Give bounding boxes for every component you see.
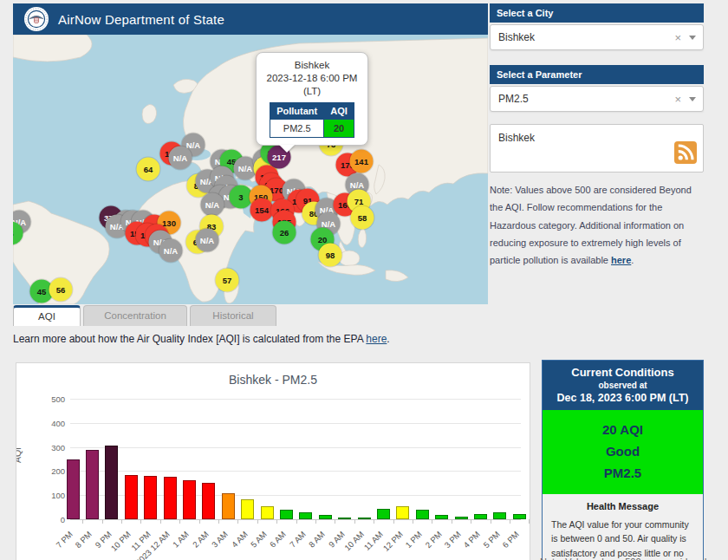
- parameter-caret-icon[interactable]: [689, 97, 696, 101]
- sidebar-note-link[interactable]: here: [611, 255, 631, 265]
- x-axis-tick: [82, 519, 83, 524]
- select-parameter-header: Select a Parameter: [490, 65, 704, 84]
- y-axis-label: AQI: [16, 447, 23, 463]
- chart-bar[interactable]: [435, 515, 448, 519]
- current-aqi-category: Good: [543, 444, 703, 459]
- popup-pointer: [279, 145, 295, 153]
- parameter-select-value: PM2.5: [498, 93, 529, 105]
- popup-timezone: (LT): [260, 85, 364, 98]
- x-axis-tick: [296, 519, 297, 524]
- learn-more-text: Learn more about how the Air Quality Ind…: [13, 333, 390, 345]
- aqi-chart: Bishkek - PM2.5 AQI 01002003004005007 PM…: [16, 362, 530, 560]
- x-axis-tick: [276, 519, 277, 524]
- feed-title: Bishkek: [498, 132, 535, 144]
- map-marker[interactable]: N/A: [159, 239, 183, 263]
- chart-bar[interactable]: [164, 477, 177, 519]
- city-clear-icon[interactable]: ×: [674, 32, 681, 43]
- chart-bar[interactable]: [183, 480, 196, 519]
- map-marker[interactable]: 98: [319, 244, 342, 267]
- chart-bar[interactable]: [377, 509, 390, 519]
- x-axis-tick: [257, 519, 258, 524]
- page: AirNow Department of State: [0, 0, 728, 560]
- map-marker[interactable]: 56: [49, 278, 73, 302]
- x-axis-tick: [452, 519, 452, 524]
- chart-bar[interactable]: [455, 517, 468, 519]
- x-axis-tick: [218, 519, 219, 524]
- tab-aqi[interactable]: AQI: [13, 305, 81, 326]
- chart-gridline: [70, 399, 521, 400]
- chart-bar[interactable]: [241, 499, 254, 519]
- feed-box: Bishkek: [490, 124, 704, 173]
- app-header: AirNow Department of State: [13, 3, 488, 35]
- chart-bar[interactable]: [493, 512, 506, 519]
- chart-bar[interactable]: [338, 518, 351, 519]
- popup-col-pollutant: Pollutant: [270, 102, 324, 119]
- parameter-clear-icon[interactable]: ×: [674, 94, 681, 105]
- chart-bar[interactable]: [222, 493, 235, 519]
- tab-historical[interactable]: Historical: [190, 305, 276, 326]
- rss-icon[interactable]: [674, 141, 697, 166]
- x-axis-tick: [160, 519, 161, 524]
- x-axis-tick: [354, 519, 355, 524]
- x-axis-tick: [393, 519, 394, 524]
- y-axis-tick-label: 300: [29, 443, 65, 453]
- chart-bar[interactable]: [261, 506, 274, 519]
- current-pollutant: PM2.5: [543, 466, 703, 480]
- x-axis-tick: [179, 519, 180, 524]
- chart-bar[interactable]: [125, 475, 138, 519]
- chart-title: Bishkek - PM2.5: [16, 373, 530, 387]
- map-popup: Bishkek 2023-12-18 6:00 PM (LT) Pollutan…: [256, 52, 368, 146]
- x-axis-tick: [491, 519, 491, 524]
- tab-concentration[interactable]: Concentration: [83, 305, 187, 326]
- parameter-select[interactable]: PM2.5 ×: [490, 86, 704, 112]
- current-aqi-panel: 20 AQI Good PM2.5: [543, 410, 703, 494]
- chart-bar[interactable]: [358, 518, 371, 519]
- chart-bar[interactable]: [280, 510, 293, 519]
- sidebar-note-text: Note: Values above 500 are considered Be…: [490, 185, 692, 265]
- chart-bar[interactable]: [202, 483, 215, 519]
- chart-bar[interactable]: [416, 510, 429, 519]
- x-axis-tick: [102, 519, 103, 524]
- map-marker[interactable]: 154: [250, 199, 274, 222]
- current-aqi-value: 20 AQI: [543, 422, 703, 437]
- chart-bar[interactable]: [67, 459, 80, 519]
- sidebar-note: Note: Values above 500 are considered Be…: [490, 181, 704, 270]
- x-axis-tick: [315, 519, 316, 524]
- tab-bar: AQI Concentration Historical: [13, 305, 276, 326]
- chart-bar[interactable]: [299, 512, 312, 519]
- map-marker[interactable]: N/A: [201, 193, 224, 217]
- map-marker[interactable]: 57: [216, 269, 239, 292]
- learn-more-prefix: Learn more about how the Air Quality Ind…: [13, 333, 366, 345]
- map-marker[interactable]: N/A: [169, 147, 192, 170]
- map-marker[interactable]: 64: [137, 158, 160, 181]
- map-marker[interactable]: 141: [350, 150, 374, 173]
- y-axis-tick-label: 200: [29, 466, 65, 476]
- x-axis-tick: [413, 519, 413, 524]
- chart-bar[interactable]: [144, 476, 157, 519]
- x-axis-tick: [335, 519, 335, 524]
- observed-at-label: observed at: [544, 381, 701, 390]
- city-caret-icon[interactable]: [689, 36, 696, 40]
- x-axis-tick: [237, 519, 238, 524]
- chart-bar[interactable]: [513, 514, 526, 519]
- world-map[interactable]: 162N/AN/A64N/A45N/AN/A842021773173141N/A…: [13, 35, 488, 304]
- epa-link[interactable]: here: [366, 333, 387, 345]
- map-marker[interactable]: N/A: [196, 229, 219, 252]
- popup-datetime: 2023-12-18 6:00 PM: [260, 72, 364, 85]
- chart-bar[interactable]: [396, 506, 409, 519]
- current-conditions-panel: Current Conditions observed at Dec 18, 2…: [542, 360, 704, 560]
- observed-datetime: Dec 18, 2023 6:00 PM (LT): [544, 392, 701, 404]
- city-select-value: Bishkek: [498, 31, 535, 43]
- y-axis-tick-label: 500: [29, 394, 65, 404]
- learn-more-suffix: .: [387, 333, 389, 345]
- map-marker[interactable]: 58: [351, 206, 374, 230]
- chart-bar[interactable]: [86, 450, 99, 519]
- popup-pollutant-value: PM2.5: [270, 119, 324, 137]
- chart-bar[interactable]: [474, 514, 487, 519]
- map-marker[interactable]: 26: [273, 221, 296, 244]
- select-city-header: Select a City: [490, 3, 704, 23]
- popup-table: Pollutant AQI PM2.5 20: [270, 102, 354, 138]
- chart-bar[interactable]: [105, 446, 118, 519]
- chart-bar[interactable]: [319, 515, 332, 519]
- city-select[interactable]: Bishkek ×: [490, 24, 704, 50]
